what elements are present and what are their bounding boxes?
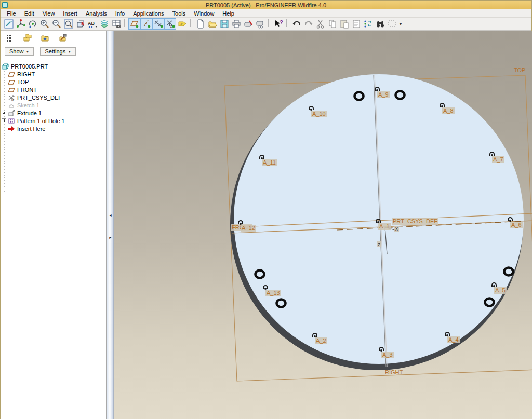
settings-button[interactable]: Settings▼ xyxy=(40,47,76,56)
axis-label-a9[interactable]: A_9 xyxy=(377,91,390,98)
datum-points-icon xyxy=(153,19,164,29)
axis-label-a8[interactable]: A_8 xyxy=(442,107,455,114)
orient-mode-button[interactable] xyxy=(26,18,38,30)
tab-model-tree[interactable] xyxy=(2,32,18,45)
copy-icon xyxy=(327,19,338,29)
selection-filter-caret-icon[interactable]: ▼ xyxy=(398,22,403,26)
datum-label-right[interactable]: RIGHT xyxy=(385,369,403,375)
axis-label-a7[interactable]: A_7 xyxy=(492,156,504,163)
tab-layer-tree[interactable] xyxy=(19,31,36,45)
print-button[interactable] xyxy=(230,18,242,30)
model-tree-panel: Show▼ Settings▼ PRT0005.PRT RIGHT TOP xyxy=(1,31,107,419)
collapse-left-icon[interactable]: ◄ xyxy=(109,213,112,217)
menu-window[interactable]: Window xyxy=(190,10,218,17)
menu-tools[interactable]: Tools xyxy=(168,10,190,17)
pattern-icon xyxy=(8,117,16,125)
find-button[interactable] xyxy=(374,18,386,30)
expand-icon[interactable] xyxy=(2,111,6,115)
repaint-button[interactable] xyxy=(3,18,15,30)
tree-row-insert-here[interactable]: Insert Here xyxy=(1,125,106,132)
menu-view[interactable]: View xyxy=(38,10,59,17)
show-button[interactable]: Show▼ xyxy=(5,47,34,56)
annotation-flag-button[interactable]: Z xyxy=(176,18,188,30)
tree-label: PRT0005.PRT xyxy=(11,63,48,70)
cut-button[interactable] xyxy=(314,18,326,30)
spin-center-button[interactable] xyxy=(15,18,26,30)
context-help-button[interactable]: ? xyxy=(272,18,284,30)
open-file-button[interactable] xyxy=(206,18,218,30)
save-icon xyxy=(219,19,230,29)
menu-help[interactable]: Help xyxy=(218,10,238,17)
expand-icon[interactable] xyxy=(2,118,6,123)
axis-label-a1[interactable]: A_1 xyxy=(378,223,391,230)
tree-row-pattern1[interactable]: Pattern 1 of Hole 1 xyxy=(1,117,106,125)
title-bar: PRT0005 (Active) - Pro/ENGINEER Wildfire… xyxy=(1,1,531,9)
axis-marker-icon xyxy=(440,103,445,107)
copy-button[interactable] xyxy=(326,18,338,30)
tree-row-csys[interactable]: z PRT_CSYS_DEF xyxy=(1,93,106,101)
paste-button[interactable] xyxy=(338,18,350,30)
model-view xyxy=(114,31,532,419)
tree-label: Pattern 1 of Hole 1 xyxy=(17,118,65,124)
layers-button[interactable] xyxy=(98,18,110,30)
selection-filter-button[interactable] xyxy=(386,18,398,30)
tree-row-right[interactable]: RIGHT xyxy=(1,70,106,78)
spin-center-icon xyxy=(16,19,26,29)
svg-text:AB: AB xyxy=(88,21,95,26)
graphics-viewport[interactable]: TOP FRONT RIGHT PRT_CSYS_DEF x z A_9 A_1… xyxy=(114,31,532,419)
csys-label[interactable]: PRT_CSYS_DEF xyxy=(392,218,438,225)
menu-analysis[interactable]: Analysis xyxy=(82,10,111,17)
axis-label-a13[interactable]: A_13 xyxy=(265,290,281,296)
save-button[interactable] xyxy=(218,18,230,30)
new-file-button[interactable] xyxy=(194,18,206,30)
tree-row-front[interactable]: FRONT xyxy=(1,86,106,93)
saved-view-list-button[interactable] xyxy=(74,18,86,30)
axis-label-a6[interactable]: A_6 xyxy=(510,222,523,228)
datum-points-toggle-button[interactable] xyxy=(152,18,164,30)
undo-button[interactable] xyxy=(290,18,302,30)
datum-csys-toggle-button[interactable]: z xyxy=(164,18,176,30)
datum-csys-icon: z xyxy=(165,19,176,29)
model-tree: PRT0005.PRT RIGHT TOP FRONT z PRT_CSY xyxy=(1,58,106,132)
tab-history[interactable] xyxy=(55,31,71,45)
menu-edit[interactable]: Edit xyxy=(20,10,38,17)
annotation-ab-button[interactable]: AB xyxy=(86,18,98,30)
redo-button[interactable] xyxy=(302,18,314,30)
zoom-in-button[interactable] xyxy=(38,18,50,30)
sketch-icon xyxy=(8,102,16,109)
tree-row-root[interactable]: PRT0005.PRT xyxy=(1,62,106,70)
menu-info[interactable]: Info xyxy=(111,10,129,17)
axis-label-a3[interactable]: A_3 xyxy=(381,352,394,358)
axis-label-a2[interactable]: A_2 xyxy=(315,337,327,344)
datum-axes-toggle-button[interactable] xyxy=(140,18,152,30)
repaint-icon xyxy=(4,19,14,29)
view-manager-button[interactable] xyxy=(110,18,122,30)
menu-applications[interactable]: Applications xyxy=(129,10,168,17)
tree-columns-button[interactable] xyxy=(362,18,374,30)
tree-row-top[interactable]: TOP xyxy=(1,78,106,86)
axis-label-a11[interactable]: A_11 xyxy=(262,159,277,166)
axis-label-a10[interactable]: A_10 xyxy=(311,111,327,117)
tree-label: RIGHT xyxy=(17,71,35,77)
zoom-out-button[interactable] xyxy=(50,18,62,30)
axis-label-a5[interactable]: A_5 xyxy=(494,287,507,294)
email-link-button[interactable] xyxy=(254,18,266,30)
open-file-icon xyxy=(207,19,218,29)
tree-row-extrude1[interactable]: Extrude 1 xyxy=(1,109,106,117)
email-button[interactable] xyxy=(242,18,254,30)
expand-right-icon[interactable]: ► xyxy=(109,236,112,239)
datum-planes-toggle-button[interactable] xyxy=(128,18,140,30)
refit-button[interactable] xyxy=(62,18,74,30)
tree-row-sketch1[interactable]: Sketch 1 xyxy=(1,101,106,109)
chevron-down-icon: ▼ xyxy=(26,50,30,53)
paste-special-button[interactable] xyxy=(350,18,362,30)
axis-marker-icon xyxy=(445,332,450,336)
tab-favorites[interactable] xyxy=(37,31,54,45)
axis-label-a12[interactable]: A_12 xyxy=(241,225,256,232)
axis-marker-icon xyxy=(375,87,380,91)
menu-insert[interactable]: Insert xyxy=(59,10,82,17)
datum-label-top[interactable]: TOP xyxy=(514,67,525,73)
panel-splitter[interactable]: ◄ ► xyxy=(107,31,114,419)
axis-label-a4[interactable]: A_4 xyxy=(447,336,460,343)
menu-file[interactable]: File xyxy=(3,10,20,17)
